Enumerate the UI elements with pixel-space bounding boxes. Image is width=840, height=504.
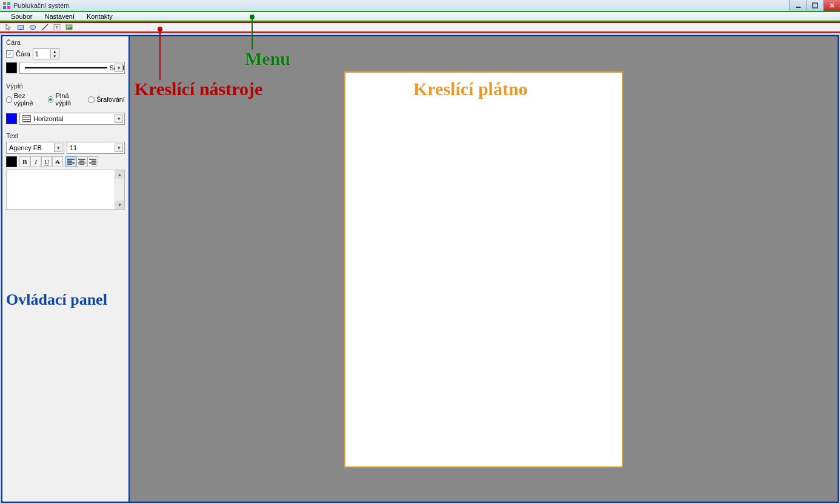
window-buttons <box>789 0 840 11</box>
svg-rect-4 <box>796 7 801 8</box>
underline-button[interactable]: U <box>41 156 52 167</box>
line-enable-label: Čára <box>16 50 30 58</box>
fill-radio-none[interactable]: Bez výplně <box>6 92 42 107</box>
title-bar: Publukační systém <box>0 0 840 11</box>
svg-rect-2 <box>3 6 6 9</box>
line-style-dropdown[interactable]: Solid <box>19 62 125 74</box>
text-color-chip[interactable] <box>6 156 17 167</box>
fill-radio-none-label: Bez výplně <box>14 92 42 107</box>
font-family-dropdown[interactable]: Agency FB <box>6 142 64 154</box>
close-button[interactable] <box>823 0 840 11</box>
scroll-up-icon[interactable]: ▲ <box>115 170 124 179</box>
svg-rect-6 <box>18 25 24 30</box>
dropdown-arrow-icon <box>115 144 123 152</box>
svg-point-12 <box>67 26 68 27</box>
hatch-style-label: Horizontal <box>33 115 64 122</box>
line-color-chip[interactable] <box>6 62 17 73</box>
svg-text:T: T <box>56 25 59 30</box>
strike-button[interactable]: A <box>52 156 63 167</box>
text-content-area[interactable]: ▲ ▼ <box>6 170 125 210</box>
font-size-value: 11 <box>70 144 77 151</box>
app-icon <box>2 1 11 10</box>
spin-up-icon[interactable]: ▲ <box>50 49 59 54</box>
fill-color-chip[interactable] <box>6 113 17 124</box>
dropdown-arrow-icon <box>115 114 123 123</box>
font-size-dropdown[interactable]: 11 <box>67 142 125 154</box>
text-group-label: Text <box>6 132 125 139</box>
dropdown-arrow-icon <box>115 64 123 72</box>
menu-soubor[interactable]: Soubor <box>5 13 38 20</box>
drawing-toolbar: T <box>0 22 840 33</box>
svg-rect-1 <box>7 2 10 5</box>
window-title: Publukační systém <box>13 2 69 9</box>
align-right-button[interactable] <box>87 156 98 167</box>
svg-rect-0 <box>3 2 6 5</box>
fill-radio-solid[interactable]: Plná výplň <box>48 92 82 107</box>
minimize-button[interactable] <box>789 0 806 11</box>
hatch-style-dropdown[interactable]: Horizontal <box>19 113 125 125</box>
drawing-canvas[interactable] <box>344 71 623 468</box>
fill-radio-hatch-label: Šrafování <box>96 96 125 103</box>
menu-bar: Soubor Nastavení Kontakty <box>0 11 840 22</box>
tool-image[interactable] <box>64 23 74 31</box>
line-style-sample <box>25 67 107 68</box>
svg-line-8 <box>42 24 48 30</box>
svg-rect-3 <box>7 6 10 9</box>
italic-button[interactable]: I <box>30 156 41 167</box>
scroll-down-icon[interactable]: ▼ <box>115 201 124 209</box>
fill-radio-hatch[interactable]: Šrafování <box>88 96 125 103</box>
hatch-sample-icon <box>22 115 31 122</box>
font-family-value: Agency FB <box>9 144 42 151</box>
tool-ellipse[interactable] <box>28 23 38 31</box>
fill-radio-solid-label: Plná výplň <box>55 92 81 107</box>
menu-nastaveni[interactable]: Nastavení <box>38 13 81 20</box>
annotation-panel: Ovládací panel <box>6 291 107 309</box>
line-width-input[interactable]: 1 ▲▼ <box>33 48 59 59</box>
textarea-scrollbar[interactable]: ▲ ▼ <box>115 170 124 209</box>
dropdown-arrow-icon <box>54 144 62 152</box>
tool-rectangle[interactable] <box>16 23 25 31</box>
tool-line[interactable] <box>40 23 50 31</box>
control-panel: Čára ✓ Čára 1 ▲▼ Solid Výplň Bez výplně … <box>2 36 130 502</box>
align-left-button[interactable] <box>65 156 76 167</box>
svg-point-7 <box>30 25 36 30</box>
svg-rect-5 <box>813 3 818 8</box>
menu-kontakty[interactable]: Kontakty <box>81 13 119 20</box>
spin-down-icon[interactable]: ▼ <box>50 54 59 59</box>
line-width-value: 1 <box>35 50 39 58</box>
maximize-button[interactable] <box>806 0 823 11</box>
bold-button[interactable]: B <box>19 156 30 167</box>
line-group-label: Čára <box>6 39 125 46</box>
tool-pointer[interactable] <box>4 23 13 31</box>
tool-text[interactable]: T <box>52 23 62 31</box>
fill-group-label: Výplň <box>6 82 125 90</box>
align-center-button[interactable] <box>76 156 87 167</box>
line-enable-checkbox[interactable]: ✓ <box>6 50 13 58</box>
